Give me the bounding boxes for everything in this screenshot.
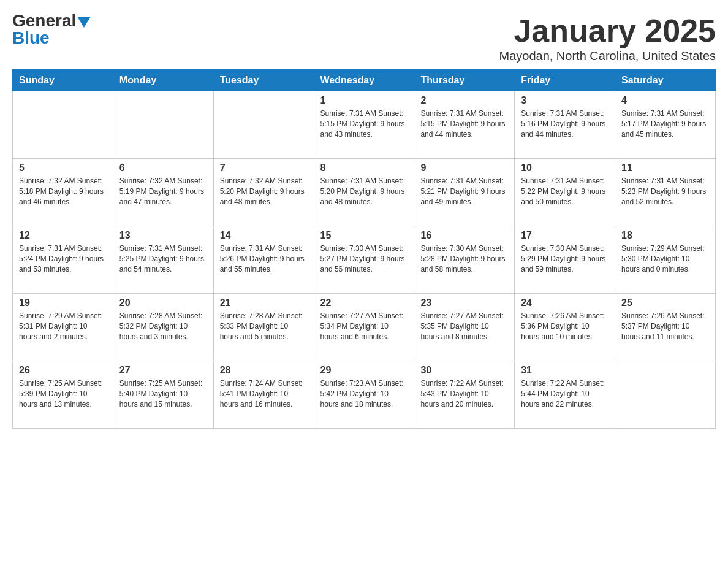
calendar-day-header-thursday: Thursday	[414, 70, 515, 91]
calendar-cell: 6Sunrise: 7:32 AM Sunset: 5:19 PM Daylig…	[113, 159, 213, 226]
calendar-cell: 2Sunrise: 7:31 AM Sunset: 5:15 PM Daylig…	[414, 91, 515, 159]
calendar-week-row: 1Sunrise: 7:31 AM Sunset: 5:15 PM Daylig…	[13, 91, 716, 159]
calendar-cell	[615, 361, 716, 429]
day-info: Sunrise: 7:27 AM Sunset: 5:34 PM Dayligh…	[320, 311, 408, 342]
day-number: 2	[420, 95, 508, 106]
calendar-week-row: 19Sunrise: 7:29 AM Sunset: 5:31 PM Dayli…	[13, 294, 716, 361]
day-number: 4	[621, 95, 709, 106]
calendar-cell: 4Sunrise: 7:31 AM Sunset: 5:17 PM Daylig…	[615, 91, 716, 159]
day-info: Sunrise: 7:32 AM Sunset: 5:19 PM Dayligh…	[119, 176, 207, 207]
day-number: 17	[521, 230, 609, 241]
day-info: Sunrise: 7:26 AM Sunset: 5:37 PM Dayligh…	[621, 311, 709, 342]
day-info: Sunrise: 7:31 AM Sunset: 5:15 PM Dayligh…	[320, 109, 408, 139]
calendar-day-header-friday: Friday	[515, 70, 615, 91]
day-info: Sunrise: 7:31 AM Sunset: 5:15 PM Dayligh…	[420, 109, 508, 139]
calendar-cell: 22Sunrise: 7:27 AM Sunset: 5:34 PM Dayli…	[314, 294, 414, 361]
day-info: Sunrise: 7:30 AM Sunset: 5:29 PM Dayligh…	[521, 243, 609, 274]
day-info: Sunrise: 7:22 AM Sunset: 5:43 PM Dayligh…	[420, 378, 508, 409]
calendar-cell: 26Sunrise: 7:25 AM Sunset: 5:39 PM Dayli…	[13, 361, 113, 429]
day-number: 15	[320, 230, 408, 241]
day-number: 3	[521, 95, 609, 106]
day-number: 12	[19, 230, 107, 241]
day-number: 7	[220, 163, 308, 174]
calendar-week-row: 5Sunrise: 7:32 AM Sunset: 5:18 PM Daylig…	[13, 159, 716, 226]
calendar-cell: 14Sunrise: 7:31 AM Sunset: 5:26 PM Dayli…	[213, 226, 314, 294]
day-info: Sunrise: 7:30 AM Sunset: 5:28 PM Dayligh…	[420, 243, 508, 274]
day-info: Sunrise: 7:22 AM Sunset: 5:44 PM Dayligh…	[521, 378, 609, 409]
day-number: 24	[521, 297, 609, 308]
logo-triangle-icon	[77, 17, 91, 28]
day-number: 18	[621, 230, 709, 241]
calendar-cell: 23Sunrise: 7:27 AM Sunset: 5:35 PM Dayli…	[414, 294, 515, 361]
calendar-week-row: 12Sunrise: 7:31 AM Sunset: 5:24 PM Dayli…	[13, 226, 716, 294]
day-number: 20	[119, 297, 207, 308]
calendar-cell: 16Sunrise: 7:30 AM Sunset: 5:28 PM Dayli…	[414, 226, 515, 294]
day-number: 8	[320, 163, 408, 174]
day-info: Sunrise: 7:25 AM Sunset: 5:40 PM Dayligh…	[119, 378, 207, 409]
day-number: 31	[521, 365, 609, 376]
day-info: Sunrise: 7:31 AM Sunset: 5:25 PM Dayligh…	[119, 243, 207, 274]
day-number: 28	[220, 365, 308, 376]
calendar-cell: 10Sunrise: 7:31 AM Sunset: 5:22 PM Dayli…	[515, 159, 615, 226]
day-number: 13	[119, 230, 207, 241]
calendar-cell	[213, 91, 314, 159]
calendar-cell: 30Sunrise: 7:22 AM Sunset: 5:43 PM Dayli…	[414, 361, 515, 429]
title-section: January 2025 Mayodan, North Carolina, Un…	[499, 12, 716, 63]
day-info: Sunrise: 7:29 AM Sunset: 5:31 PM Dayligh…	[19, 311, 107, 342]
calendar-cell: 12Sunrise: 7:31 AM Sunset: 5:24 PM Dayli…	[13, 226, 113, 294]
calendar-cell: 31Sunrise: 7:22 AM Sunset: 5:44 PM Dayli…	[515, 361, 615, 429]
day-number: 21	[220, 297, 308, 308]
calendar-cell: 1Sunrise: 7:31 AM Sunset: 5:15 PM Daylig…	[314, 91, 414, 159]
day-info: Sunrise: 7:31 AM Sunset: 5:24 PM Dayligh…	[19, 243, 107, 274]
day-info: Sunrise: 7:28 AM Sunset: 5:33 PM Dayligh…	[220, 311, 308, 342]
calendar-cell: 3Sunrise: 7:31 AM Sunset: 5:16 PM Daylig…	[515, 91, 615, 159]
day-number: 5	[19, 163, 107, 174]
day-info: Sunrise: 7:26 AM Sunset: 5:36 PM Dayligh…	[521, 311, 609, 342]
calendar-cell: 29Sunrise: 7:23 AM Sunset: 5:42 PM Dayli…	[314, 361, 414, 429]
day-number: 19	[19, 297, 107, 308]
day-info: Sunrise: 7:25 AM Sunset: 5:39 PM Dayligh…	[19, 378, 107, 409]
logo-general: General	[12, 12, 76, 29]
calendar-cell	[113, 91, 213, 159]
calendar-week-row: 26Sunrise: 7:25 AM Sunset: 5:39 PM Dayli…	[13, 361, 716, 429]
calendar-cell: 24Sunrise: 7:26 AM Sunset: 5:36 PM Dayli…	[515, 294, 615, 361]
day-info: Sunrise: 7:29 AM Sunset: 5:30 PM Dayligh…	[621, 243, 709, 274]
logo-blue: Blue	[12, 29, 50, 47]
day-number: 14	[220, 230, 308, 241]
calendar-cell	[13, 91, 113, 159]
day-info: Sunrise: 7:31 AM Sunset: 5:20 PM Dayligh…	[320, 176, 408, 207]
day-number: 1	[320, 95, 408, 106]
day-number: 10	[521, 163, 609, 174]
calendar-cell: 5Sunrise: 7:32 AM Sunset: 5:18 PM Daylig…	[13, 159, 113, 226]
calendar-cell: 8Sunrise: 7:31 AM Sunset: 5:20 PM Daylig…	[314, 159, 414, 226]
calendar-cell: 18Sunrise: 7:29 AM Sunset: 5:30 PM Dayli…	[615, 226, 716, 294]
day-info: Sunrise: 7:23 AM Sunset: 5:42 PM Dayligh…	[320, 378, 408, 409]
day-number: 26	[19, 365, 107, 376]
logo: General Blue	[12, 12, 91, 47]
day-info: Sunrise: 7:27 AM Sunset: 5:35 PM Dayligh…	[420, 311, 508, 342]
calendar-day-header-saturday: Saturday	[615, 70, 716, 91]
day-info: Sunrise: 7:24 AM Sunset: 5:41 PM Dayligh…	[220, 378, 308, 409]
calendar-day-header-tuesday: Tuesday	[213, 70, 314, 91]
calendar-cell: 7Sunrise: 7:32 AM Sunset: 5:20 PM Daylig…	[213, 159, 314, 226]
calendar-day-header-sunday: Sunday	[13, 70, 113, 91]
page-header: General Blue January 2025 Mayodan, North…	[12, 12, 716, 63]
day-info: Sunrise: 7:28 AM Sunset: 5:32 PM Dayligh…	[119, 311, 207, 342]
day-number: 29	[320, 365, 408, 376]
calendar-cell: 27Sunrise: 7:25 AM Sunset: 5:40 PM Dayli…	[113, 361, 213, 429]
day-number: 9	[420, 163, 508, 174]
day-number: 16	[420, 230, 508, 241]
calendar-cell: 9Sunrise: 7:31 AM Sunset: 5:21 PM Daylig…	[414, 159, 515, 226]
day-number: 30	[420, 365, 508, 376]
calendar-cell: 19Sunrise: 7:29 AM Sunset: 5:31 PM Dayli…	[13, 294, 113, 361]
calendar-day-header-monday: Monday	[113, 70, 213, 91]
day-info: Sunrise: 7:31 AM Sunset: 5:17 PM Dayligh…	[621, 109, 709, 139]
calendar-cell: 21Sunrise: 7:28 AM Sunset: 5:33 PM Dayli…	[213, 294, 314, 361]
day-info: Sunrise: 7:32 AM Sunset: 5:20 PM Dayligh…	[220, 176, 308, 207]
calendar-cell: 20Sunrise: 7:28 AM Sunset: 5:32 PM Dayli…	[113, 294, 213, 361]
day-info: Sunrise: 7:31 AM Sunset: 5:23 PM Dayligh…	[621, 176, 709, 207]
day-number: 27	[119, 365, 207, 376]
day-number: 6	[119, 163, 207, 174]
day-number: 25	[621, 297, 709, 308]
svg-marker-0	[77, 17, 91, 28]
